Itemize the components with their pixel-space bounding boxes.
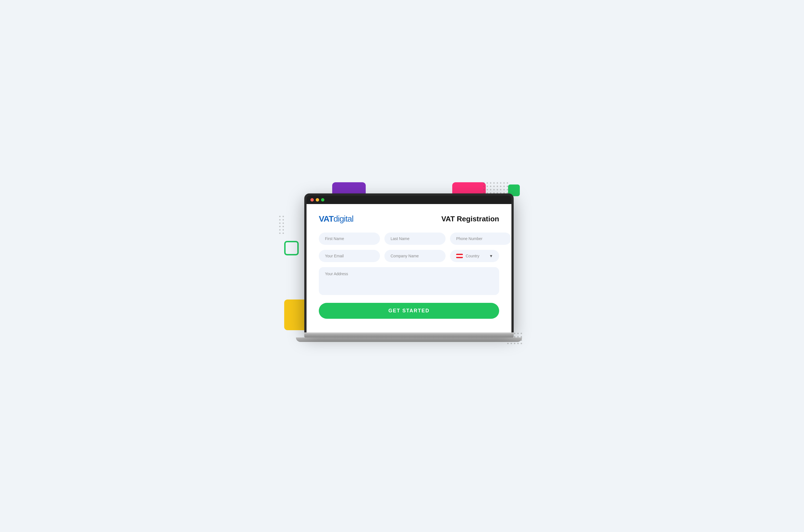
form-header: VATdigital VAT Registration: [319, 214, 499, 224]
logo: VATdigital: [319, 214, 353, 224]
scene: VATdigital VAT Registration: [276, 179, 528, 353]
get-started-button[interactable]: GET STARTED: [319, 303, 499, 319]
last-name-input[interactable]: [384, 232, 445, 245]
company-name-input[interactable]: [384, 250, 445, 262]
country-placeholder-text: Country: [466, 254, 489, 258]
laptop-bottom: [304, 332, 514, 338]
laptop-topbar: [307, 196, 512, 204]
email-input[interactable]: [319, 250, 380, 262]
phone-input[interactable]: [450, 232, 511, 245]
form-row-2: Country ▼: [319, 250, 499, 262]
laptop-screen: VATdigital VAT Registration: [307, 204, 512, 332]
address-input[interactable]: [319, 267, 499, 295]
country-select[interactable]: Country ▼: [450, 250, 499, 262]
traffic-light-yellow: [316, 198, 319, 202]
laptop-screen-outer: VATdigital VAT Registration: [304, 193, 514, 332]
laptop-base: [296, 338, 522, 342]
logo-vat: VAT: [319, 214, 333, 223]
laptop: VATdigital VAT Registration: [304, 193, 514, 347]
traffic-light-red: [310, 198, 314, 202]
austria-flag: [456, 254, 463, 258]
deco-green-outline-square: [284, 241, 299, 255]
traffic-light-green: [321, 198, 324, 202]
logo-digital: digital: [333, 214, 353, 223]
chevron-down-icon: ▼: [489, 254, 493, 258]
dot-grid-left: [279, 216, 284, 234]
page-title: VAT Registration: [441, 215, 499, 223]
first-name-input[interactable]: [319, 232, 380, 245]
form-row-1: [319, 232, 499, 245]
